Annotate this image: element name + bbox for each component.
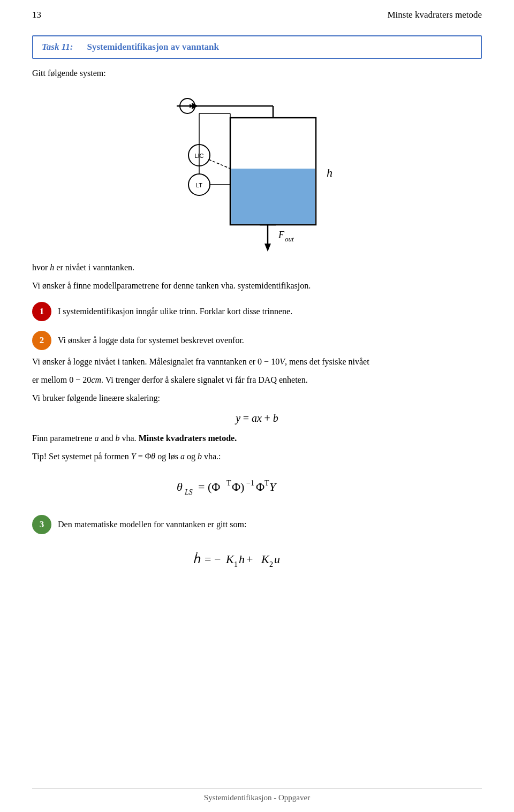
svg-text:LT: LT	[196, 182, 202, 188]
svg-text:Φ): Φ)	[232, 480, 244, 494]
item3-text: Den matematiske modellen for vanntanken …	[58, 515, 246, 531]
svg-text:h: h	[239, 552, 245, 566]
formula-yaxb: y = ax + b	[32, 412, 482, 424]
where-text: hvor h er nivået i vanntanken.	[32, 261, 482, 274]
svg-text:1: 1	[234, 560, 238, 568]
svg-rect-1	[231, 169, 315, 224]
footer-text: Systemidentifikasjon - Oppgaver	[204, 793, 310, 802]
item2-line2: er mellom 0 − 20cm. Vi trenger derfor å …	[32, 374, 482, 386]
task-title: Systemidentifikasjon av vanntank	[87, 42, 219, 52]
item1-text: I systemidentifikasjon inngår ulike trin…	[58, 302, 292, 318]
svg-text:K: K	[225, 552, 235, 566]
hdot-formula-svg: ḣ = − K 1 h + K 2 u	[182, 542, 332, 574]
svg-text:2: 2	[269, 560, 273, 568]
system-diagram: h LIC LT	[145, 86, 369, 252]
intro-text: Gitt følgende system:	[32, 69, 482, 78]
svg-text:h: h	[327, 166, 332, 179]
item2-line3: Vi bruker følgende lineære skalering:	[32, 392, 482, 405]
svg-text:T: T	[226, 479, 231, 487]
circle-1: 1	[32, 302, 51, 321]
task-box: Task 11: Systemidentifikasjon av vanntan…	[32, 35, 482, 59]
svg-text:θ: θ	[177, 480, 183, 494]
svg-text:= −: = −	[205, 552, 221, 566]
svg-text:K: K	[261, 552, 270, 566]
item2-container: 2 Vi ønsker å logge data for systemet be…	[32, 331, 482, 350]
page-header: 13 Minste kvadraters metode	[32, 0, 482, 26]
circle-2: 2	[32, 331, 51, 350]
svg-text:T: T	[264, 479, 269, 487]
item3-container: 3 Den matematiske modellen for vanntanke…	[32, 515, 482, 534]
svg-text:−1: −1	[246, 479, 254, 487]
tip-text: Tip! Set systemet på formen Y = Φθ og lø…	[32, 450, 482, 463]
item2-line1: Vi ønsker å logge nivået i tanken. Måles…	[32, 355, 482, 368]
svg-text:Y: Y	[269, 480, 277, 494]
item2-text: Vi ønsker å logge data for systemet besk…	[58, 331, 244, 347]
svg-text:LS: LS	[184, 488, 193, 496]
svg-line-13	[209, 160, 230, 169]
svg-text:out: out	[285, 235, 294, 243]
svg-text:u: u	[274, 552, 280, 566]
svg-text:Φ: Φ	[256, 480, 264, 494]
vi-onsker-text: Vi ønsker å finne modellparametrene for …	[32, 279, 482, 292]
header-title: Minste kvadraters metode	[387, 10, 482, 20]
task-label: Task 11:	[42, 42, 73, 52]
circle-3: 3	[32, 515, 51, 534]
page-footer: Systemidentifikasjon - Oppgaver	[32, 788, 482, 802]
page-number: 13	[32, 10, 41, 20]
theta-formula-svg: θ LS = (Φ T Φ) −1 Φ T Y	[171, 470, 343, 503]
svg-text:= (Φ: = (Φ	[198, 480, 220, 494]
formula-hdot: ḣ = − K 1 h + K 2 u	[32, 542, 482, 576]
svg-text:+: +	[246, 552, 253, 566]
diagram-area: h LIC LT	[32, 86, 482, 252]
finn-text: Finn parametrene a and b vha. Minste kva…	[32, 432, 482, 445]
svg-text:F: F	[278, 230, 285, 240]
item1-container: 1 I systemidentifikasjon inngår ulike tr…	[32, 302, 482, 321]
svg-text:ḣ: ḣ	[193, 552, 201, 566]
formula-theta: θ LS = (Φ T Φ) −1 Φ T Y	[32, 470, 482, 505]
